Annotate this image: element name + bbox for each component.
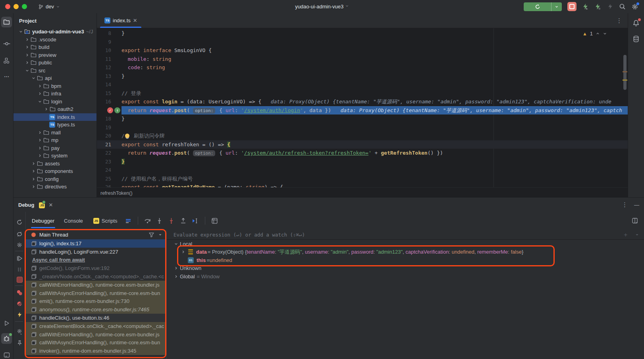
chevron-right-icon[interactable] xyxy=(37,91,42,96)
tree-item-bpm[interactable]: bpm xyxy=(13,82,96,90)
breakpoint-icon[interactable]: ✓ xyxy=(107,107,113,113)
scope-global[interactable]: Global = Window xyxy=(167,272,644,281)
force-run-bolt-icon[interactable] xyxy=(14,309,25,320)
code-line-17[interactable]: ✓↑ return request.post( option: { url: '… xyxy=(97,106,628,115)
git-branch-widget[interactable]: dev xyxy=(38,4,60,10)
gutter-breakpoint[interactable]: ✓↑ xyxy=(97,106,121,115)
debug-settings-gear-icon[interactable] xyxy=(14,240,25,250)
code-line-10[interactable]: 10export interface SmsLoginVO { xyxy=(97,46,628,55)
line-number[interactable]: 24 xyxy=(97,166,121,175)
scope-unknown[interactable]: Unknown xyxy=(167,264,644,273)
code-line-26[interactable]: 26export const getTenantIdByName = (name… xyxy=(97,183,628,187)
line-number[interactable]: 21 xyxy=(97,140,121,149)
chevron-right-icon[interactable] xyxy=(174,274,178,279)
chevron-right-icon[interactable] xyxy=(37,138,42,142)
line-number[interactable]: 8 xyxy=(97,29,121,38)
stack-frame[interactable]: Async call from await xyxy=(26,256,166,264)
chevron-down-icon[interactable] xyxy=(37,99,42,104)
stack-frame[interactable]: callWithErrorHandling(), runtime-core.es… xyxy=(26,330,166,339)
line-number[interactable]: 11 xyxy=(97,55,121,64)
chevron-down-icon[interactable] xyxy=(25,68,29,73)
code-line-15[interactable]: 15// 登录 xyxy=(97,89,628,98)
chevron-down-icon[interactable] xyxy=(18,29,23,34)
editor-breadcrumb[interactable]: refreshToken() xyxy=(97,187,628,198)
debug-session-tab[interactable]: JS xyxy=(38,202,44,208)
code-line-24[interactable]: 24 xyxy=(97,166,628,175)
code-line-19[interactable]: 19 xyxy=(97,123,628,132)
hide-panel-icon[interactable]: — xyxy=(634,202,639,208)
notifications-button[interactable] xyxy=(631,18,641,28)
evaluate-expression-bar[interactable]: Evaluate expression (↵) or add a watch (… xyxy=(167,230,644,240)
code-line-9[interactable]: 9 xyxy=(97,38,628,47)
add-watch-plus-icon[interactable]: ＋ xyxy=(623,231,629,239)
chevron-right-icon[interactable] xyxy=(44,107,48,111)
line-number[interactable]: 10 xyxy=(97,46,121,55)
tree-item-api[interactable]: api xyxy=(13,74,96,82)
intention-bulb-icon[interactable] xyxy=(125,134,129,138)
structure-tool-button[interactable] xyxy=(1,55,12,66)
chevron-right-icon[interactable] xyxy=(37,146,42,150)
stack-frame[interactable]: callWithAsyncErrorHandling(), runtime-co… xyxy=(26,289,166,297)
tree-item-config[interactable]: config xyxy=(13,175,96,183)
stop-debug-icon[interactable] xyxy=(14,274,25,285)
tree-item-yudao-ui-admin-vue3[interactable]: yudao-ui-admin-vue3~/J xyxy=(13,28,96,36)
stack-frame[interactable]: getCode(), LoginForm.vue:192 xyxy=(26,264,166,272)
run-config-dropdown[interactable] xyxy=(551,2,562,11)
tab-scripts[interactable]: JS Scripts xyxy=(89,216,121,225)
close-session-icon[interactable]: ✕ xyxy=(48,202,53,208)
chevron-right-icon[interactable] xyxy=(37,153,42,158)
close-tab-icon[interactable]: ✕ xyxy=(133,17,137,23)
evaluate-expression-icon[interactable] xyxy=(210,215,220,226)
line-number[interactable]: 9 xyxy=(97,38,121,47)
debug-tool-button[interactable] xyxy=(1,333,12,344)
debug-options-kebab-icon[interactable]: ⋮ xyxy=(622,201,628,208)
project-title-label[interactable]: yudao-ui-admin-vue3 xyxy=(295,4,343,10)
chevron-right-icon[interactable] xyxy=(174,266,178,270)
debug-layout-gear-icon[interactable] xyxy=(14,326,25,337)
pin-tab-icon[interactable] xyxy=(14,338,25,348)
code-line-14[interactable]: 14 xyxy=(97,80,628,89)
step-into-icon[interactable] xyxy=(154,215,165,226)
line-number[interactable]: 19 xyxy=(97,123,121,132)
layout-settings-icon[interactable] xyxy=(630,215,640,226)
search-icon[interactable] xyxy=(619,3,626,10)
bolt-disabled-icon[interactable] xyxy=(607,3,613,10)
chevron-right-icon[interactable] xyxy=(37,130,42,135)
variable-data-row[interactable]: data = Proxy(Object) {tenantName: "芋道源码"… xyxy=(167,248,644,256)
tree-item-directives[interactable]: directives xyxy=(13,183,96,191)
stack-frame[interactable]: handleClick(), use-button.ts:46 xyxy=(26,314,166,322)
step-out-icon[interactable] xyxy=(178,215,189,226)
debug-bolt-alt-icon[interactable] xyxy=(594,3,601,10)
editor-options-kebab-icon[interactable]: ⋮ xyxy=(616,17,622,24)
run-tool-button[interactable] xyxy=(1,318,12,328)
chevron-right-icon[interactable] xyxy=(31,169,36,173)
force-step-into-icon[interactable] xyxy=(166,215,177,226)
code-line-23[interactable]: 23} xyxy=(97,157,628,166)
project-tool-button[interactable] xyxy=(1,17,12,27)
pause-program-icon[interactable] xyxy=(14,264,25,275)
code-line-13[interactable]: 13} xyxy=(97,72,628,81)
tree-item--vscode[interactable]: .vscode xyxy=(13,36,96,44)
tree-item-system[interactable]: system xyxy=(13,152,96,160)
resume-callback-icon[interactable] xyxy=(14,229,25,239)
line-number[interactable]: 23 xyxy=(97,157,121,166)
stack-frame[interactable]: createElementBlock.onClick._cache.<compu… xyxy=(26,322,166,330)
tree-item-infra[interactable]: infra xyxy=(13,90,96,98)
line-number[interactable]: 22 xyxy=(97,149,121,157)
chevron-down-icon[interactable] xyxy=(635,233,639,237)
view-options-icon[interactable] xyxy=(123,215,133,226)
tree-item-public[interactable]: public xyxy=(13,59,96,67)
code-line-8[interactable]: 8} xyxy=(97,29,628,38)
rerun-button[interactable] xyxy=(524,2,562,11)
rerun-debug-icon[interactable] xyxy=(14,217,25,227)
editor-scrollbar[interactable] xyxy=(623,55,627,90)
code-line-20[interactable]: 20/ 刷新访问令牌 xyxy=(97,132,628,140)
debug-bolt-icon[interactable] xyxy=(582,3,589,10)
chevron-down-icon[interactable] xyxy=(31,76,36,80)
tree-item-types-ts[interactable]: TStypes.ts xyxy=(13,121,96,129)
close-window-button[interactable] xyxy=(5,4,10,9)
line-number[interactable]: 15 xyxy=(97,89,121,98)
terminal-tool-button[interactable] xyxy=(1,349,12,359)
code-line-16[interactable]: 16export const login = (data: UserLoginV… xyxy=(97,97,628,106)
chevron-right-icon[interactable] xyxy=(25,53,29,57)
